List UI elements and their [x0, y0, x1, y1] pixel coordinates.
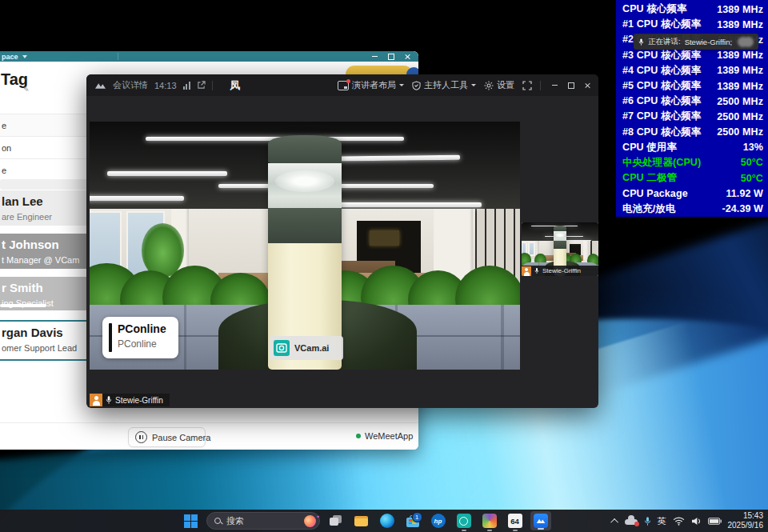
search-icon [214, 518, 222, 525]
running-indicator [538, 528, 544, 530]
mic-icon [106, 395, 112, 405]
start-button[interactable] [181, 510, 201, 532]
edit-pencil-icon[interactable]: ✎ [23, 86, 30, 94]
vcam-icon [457, 514, 471, 528]
cpu-stat-row: #5 CPU 核心频率1389 MHz [616, 78, 768, 94]
windows-logo-icon [184, 514, 198, 528]
search-placeholder: 搜索 [226, 515, 244, 527]
desktop: pace Tag ✎ e on e lan Lee are Engineer t… [0, 0, 768, 532]
tray-clock[interactable]: 15:43 2025/9/16 [728, 511, 764, 531]
running-indicator [487, 530, 492, 531]
taskbar-item-task-view[interactable] [326, 510, 346, 532]
cpu-stat-row: CPU Package11.92 W [616, 186, 768, 201]
vcam-window-title: pace [2, 53, 18, 61]
wemeet-titlebar[interactable]: 会议详情 14:13 凤 演讲者布局 主持人工具 [86, 74, 598, 96]
maximize-icon[interactable] [568, 82, 574, 89]
taskbar-item-64[interactable]: 64 [505, 510, 525, 532]
vcam-camera-icon [274, 340, 290, 356]
taskbar-item-wemeet[interactable] [530, 511, 551, 530]
vcam-watermark: VCam.ai [270, 336, 343, 360]
sixtyfour-icon: 64 [508, 514, 522, 528]
cpu-stat-row: CPU 使用率13% [616, 140, 768, 155]
bottle-lid [554, 226, 566, 232]
minimize-icon[interactable] [372, 56, 378, 57]
meeting-clock: 14:13 [154, 81, 177, 90]
tray-date: 2025/9/16 [728, 521, 764, 531]
taskbar-item-hp[interactable]: hp [428, 510, 448, 532]
vcam-titlebar[interactable]: pace [0, 51, 418, 62]
notification-dot [346, 79, 350, 83]
taskbar: 搜索 1 hp 64 英 [0, 510, 768, 532]
status-dot-icon [356, 434, 361, 438]
titlebar-divider [118, 53, 118, 60]
meeting-details-button[interactable]: 会议详情 [113, 79, 148, 91]
blurred-avatars [738, 37, 754, 47]
bottle-band [268, 208, 341, 243]
folder-icon [354, 516, 368, 526]
settings-button[interactable]: 设置 [484, 79, 514, 91]
tray-time: 15:43 [743, 511, 763, 522]
minimize-icon[interactable] [552, 85, 558, 86]
edge-icon [380, 514, 394, 528]
chevron-down-icon[interactable] [22, 55, 27, 58]
cpu-stat-row: #1 CPU 核心频率1389 MHz [616, 17, 768, 32]
cpu-stat-row: #3 CPU 核心频率1389 MHz [616, 48, 768, 63]
titlebar-divider [212, 81, 213, 90]
shield-icon [412, 81, 421, 90]
pause-icon [135, 431, 147, 443]
cloud-tray-icon[interactable] [625, 517, 638, 525]
self-view-tile[interactable]: Stewie-Griffin [522, 222, 598, 276]
participant-name-tag: Stewie-Griffin [90, 394, 170, 406]
speaker-layout-button[interactable]: 演讲者布局 [338, 79, 404, 91]
search-input[interactable]: 搜索 [206, 512, 320, 530]
status-app-label: WeMeetApp [365, 431, 413, 441]
cpu-stat-row: 电池充/放电-24.39 W [616, 201, 768, 216]
colorful-app-icon [482, 514, 497, 528]
store-icon: 1 [406, 515, 419, 527]
volume-icon[interactable] [691, 517, 702, 526]
pause-camera-button[interactable]: Pause Camera [128, 427, 206, 447]
mic-tray-icon[interactable] [644, 516, 651, 526]
cpu-temp-row: CPU 二极管50°C [616, 170, 768, 186]
brand-watermark: 凤 [230, 78, 241, 93]
main-video-tile[interactable]: PConline PConline VCam.ai [90, 122, 520, 370]
speaking-label: 正在讲话: [648, 37, 681, 47]
taskbar-item-store[interactable]: 1 [402, 510, 422, 532]
maximize-icon[interactable] [388, 54, 394, 60]
signal-icon[interactable] [183, 82, 190, 90]
close-icon[interactable] [585, 82, 590, 88]
search-highlights-icon[interactable] [304, 515, 316, 527]
host-tools-button[interactable]: 主持人工具 [412, 79, 476, 91]
vcam-bottom-bar: Pause Camera WeMeetApp [0, 422, 418, 450]
ime-indicator[interactable]: 英 [658, 515, 666, 527]
watermark-label: VCam.ai [294, 343, 329, 353]
scene-shelf [370, 230, 400, 246]
cpu-stat-row: #6 CPU 核心频率2500 MHz [616, 94, 768, 109]
ceiling-light [335, 202, 482, 207]
taskbar-item-edge[interactable] [377, 510, 397, 532]
connected-app-status: WeMeetApp [356, 431, 413, 441]
progress-bar [0, 304, 46, 307]
chevron-down-icon [399, 84, 404, 86]
water-bottle [268, 135, 341, 370]
running-indicator [462, 530, 466, 531]
bottle-glass [268, 163, 341, 208]
speaking-speaker: Stewie-Griffin; [685, 38, 732, 46]
close-icon[interactable] [405, 54, 410, 59]
avatar-icon [522, 266, 531, 276]
bottle-lid [268, 135, 341, 163]
bottle-band [554, 241, 566, 248]
list-item-placeholder[interactable] [0, 179, 96, 190]
avatar-icon [90, 394, 102, 406]
lower-third-subtitle: PConline [118, 338, 157, 350]
fullscreen-icon[interactable] [522, 81, 532, 90]
taskbar-item-app[interactable] [479, 510, 499, 532]
tray-overflow-chevron-icon[interactable] [610, 518, 618, 526]
taskbar-item-vcam[interactable] [454, 510, 474, 532]
share-screen-icon[interactable] [197, 81, 206, 90]
battery-icon[interactable] [708, 518, 722, 525]
wifi-icon[interactable] [673, 517, 685, 526]
taskbar-item-file-explorer[interactable] [351, 510, 371, 532]
bottle-glass [554, 231, 566, 241]
lower-third-title: PConline [118, 322, 166, 335]
